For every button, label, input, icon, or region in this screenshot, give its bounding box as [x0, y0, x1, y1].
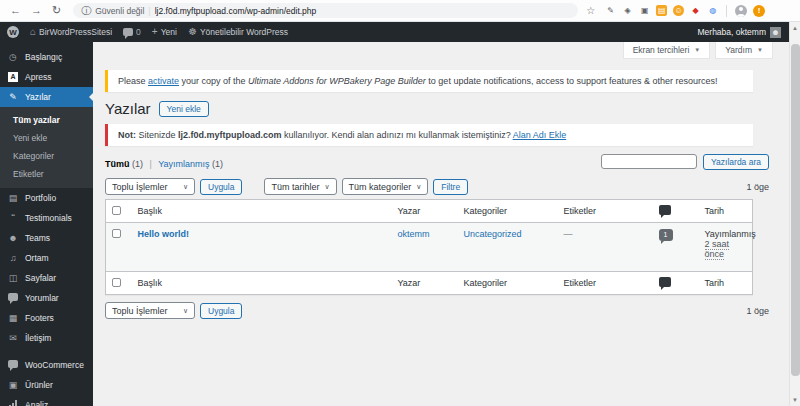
search-form: Yazılarda ara — [601, 154, 769, 170]
add-domain-link[interactable]: Alan Adı Ekle — [513, 130, 567, 140]
sidebar-item-portfolio[interactable]: ▤ Portfolio — [0, 188, 93, 208]
activate-link[interactable]: activate — [148, 76, 179, 86]
items-count: 1 öge — [746, 182, 769, 192]
browser-menu-icon[interactable]: ! — [753, 5, 765, 17]
chevron-down-icon: ∨ — [183, 183, 188, 191]
sidebar-item-analytics[interactable]: Analiz — [0, 395, 93, 406]
post-date-link[interactable]: 2 saat önce — [705, 239, 730, 260]
scroll-up-icon[interactable]: ▲ — [790, 23, 800, 33]
page-url: lj2.f0d.myftpupload.com/wp-admin/edit.ph… — [155, 6, 317, 16]
sidebar-item-woocommerce[interactable]: WooCommerce — [0, 355, 93, 375]
adminbar-site-name[interactable]: ⌂ BirWordPressSitesi — [30, 27, 112, 37]
filter-button[interactable]: Filtre — [433, 179, 468, 195]
adminbar-comments[interactable]: 0 — [123, 27, 141, 37]
chevron-down-icon: ▼ — [757, 47, 763, 53]
sidebar-item-testimonials[interactable]: “ Testimonials — [0, 208, 93, 228]
chevron-down-icon: ∨ — [183, 307, 188, 315]
row-checkbox[interactable] — [112, 229, 121, 238]
submenu-item-all-posts[interactable]: Tüm yazılar — [0, 111, 93, 129]
adminbar-managed-wp[interactable]: ☸ Yönetilebilir WordPress — [188, 27, 288, 37]
column-categories-bottom: Kategoriler — [458, 272, 558, 295]
submenu-item-add-new[interactable]: Yeni ekle — [0, 129, 93, 147]
screen-meta-tabs: Ekran tercihleri ▼ Yardım ▼ — [623, 42, 773, 59]
column-date-bottom[interactable]: Tarih — [699, 272, 753, 295]
extension-photo-icon[interactable]: ▤ — [656, 5, 667, 16]
search-posts-button[interactable]: Yazılarda ara — [703, 154, 769, 170]
select-all-checkbox-bottom[interactable] — [112, 278, 121, 287]
browser-profile-avatar[interactable] — [735, 5, 747, 17]
activation-notice: Please activate your copy of the Ultimat… — [105, 70, 753, 92]
envelope-icon: ✉ — [7, 334, 19, 343]
adminbar-new[interactable]: + Yeni — [152, 27, 177, 37]
site-info-icon[interactable]: ⓘ — [81, 6, 91, 16]
sidebar-item-products[interactable]: ▣ Ürünler — [0, 375, 93, 395]
wordpress-logo-icon[interactable]: W — [7, 26, 19, 38]
sidebar-item-comments[interactable]: Yorumlar — [0, 288, 93, 308]
sidebar-item-pages[interactable]: ◫ Sayfalar — [0, 268, 93, 288]
table-footer-row: Başlık Yazar Kategoriler Etiketler Tarih — [106, 272, 753, 295]
sidebar-item-media[interactable]: ♫ Ortam — [0, 248, 93, 268]
grid-icon: ▦ — [7, 314, 19, 323]
extension-smiley-icon[interactable]: ☺ — [673, 5, 684, 16]
posts-page-wrap: Please activate your copy of the Ultimat… — [93, 42, 789, 319]
column-tags-bottom: Etiketler — [558, 272, 653, 295]
view-published-link[interactable]: Yayımlanmış — [158, 159, 209, 169]
sidebar-item-footers[interactable]: ▦ Footers — [0, 308, 93, 328]
categories-filter-select[interactable]: Tüm kategoriler ∨ — [342, 178, 429, 195]
extension-paint-icon[interactable]: ◆ — [690, 5, 701, 16]
back-icon[interactable]: ← — [10, 5, 21, 16]
sidebar-item-dashboard[interactable]: ◷ Başlangıç — [0, 47, 93, 67]
extension-move-icon[interactable]: ◈ — [622, 5, 633, 16]
tablenav-bottom: Toplu İşlemler ∨ Uygula 1 öge — [105, 302, 769, 319]
reload-icon[interactable]: ↻ — [52, 5, 61, 16]
screen-options-button[interactable]: Ekran tercihleri ▼ — [623, 42, 711, 59]
greeting-label: Merhaba, oktemm — [698, 27, 767, 37]
apply-button-bottom[interactable]: Uygula — [200, 303, 242, 319]
column-title[interactable]: Başlık — [132, 200, 392, 223]
page-scrollbar[interactable]: ▲ ▼ — [789, 22, 800, 406]
extension-globe-icon[interactable]: ◍ — [707, 5, 718, 16]
sidebar-item-teams[interactable]: ☻ Teams — [0, 228, 93, 248]
address-bar[interactable]: ⓘ Güvenli değil | lj2.f0d.myftpupload.co… — [73, 3, 578, 18]
help-button[interactable]: Yardım ▼ — [715, 42, 773, 59]
sidebar-item-contact[interactable]: ✉ İletişim — [0, 328, 93, 348]
product-name: Ultimate Addons for WPBakery Page Builde… — [248, 76, 426, 86]
browser-toolbar: ← → ↻ ⓘ Güvenli değil | lj2.f0d.myftpupl… — [0, 0, 800, 22]
sidebar-item-posts[interactable]: ✎ Yazılar — [0, 87, 93, 107]
comment-count-bubble[interactable]: 1 — [659, 229, 673, 241]
bulk-actions-select[interactable]: Toplu İşlemler ∨ — [105, 178, 195, 195]
extension-pencil-icon[interactable]: ✎ — [605, 5, 616, 16]
comment-icon — [7, 293, 19, 303]
wp-admin-bar: W ⌂ BirWordPressSitesi 0 + Yeni ☸ Yöneti… — [0, 22, 789, 42]
views-row: Tümü (1) | Yayımlanmış (1) Yazılarda ara — [105, 153, 769, 173]
dashboard-icon: ◷ — [7, 53, 19, 62]
adminbar-account[interactable]: Merhaba, oktemm ☻ — [698, 27, 782, 38]
forward-icon[interactable]: → — [31, 5, 42, 16]
select-all-checkbox[interactable] — [112, 206, 121, 215]
column-author: Yazar — [392, 200, 458, 223]
bulk-actions-select-bottom[interactable]: Toplu İşlemler ∨ — [105, 302, 195, 319]
apply-button[interactable]: Uygula — [200, 179, 242, 195]
scrollbar-thumb[interactable] — [791, 44, 800, 376]
column-date[interactable]: Tarih — [699, 200, 753, 223]
category-link[interactable]: Uncategorized — [464, 229, 522, 239]
comments-column-icon — [659, 205, 671, 215]
post-status: Yayımlanmış — [705, 229, 747, 239]
sidebar-separator — [0, 348, 93, 355]
dates-filter-select[interactable]: Tüm tarihler ∨ — [264, 178, 336, 195]
add-new-button[interactable]: Yeni ekle — [159, 101, 209, 117]
toolbar-divider — [726, 5, 727, 17]
submenu-item-categories[interactable]: Kategoriler — [0, 147, 93, 165]
post-title-link[interactable]: Hello world! — [138, 229, 190, 239]
search-input[interactable] — [601, 154, 697, 169]
extension-person-icon[interactable]: ▣ — [639, 5, 650, 16]
view-all-link[interactable]: Tümü — [105, 159, 130, 169]
column-title-bottom[interactable]: Başlık — [132, 272, 392, 295]
sidebar-item-apress[interactable]: A Apress — [0, 67, 93, 87]
author-link[interactable]: oktemm — [398, 229, 430, 239]
submenu-item-tags[interactable]: Etiketler — [0, 165, 93, 183]
scroll-down-icon[interactable]: ▼ — [790, 395, 800, 405]
table-row: Hello world! oktemm Uncategorized — 1 Ya… — [106, 223, 753, 272]
bookmark-star-icon[interactable]: ☆ — [586, 5, 595, 16]
pushpin-icon: ✎ — [7, 93, 19, 102]
